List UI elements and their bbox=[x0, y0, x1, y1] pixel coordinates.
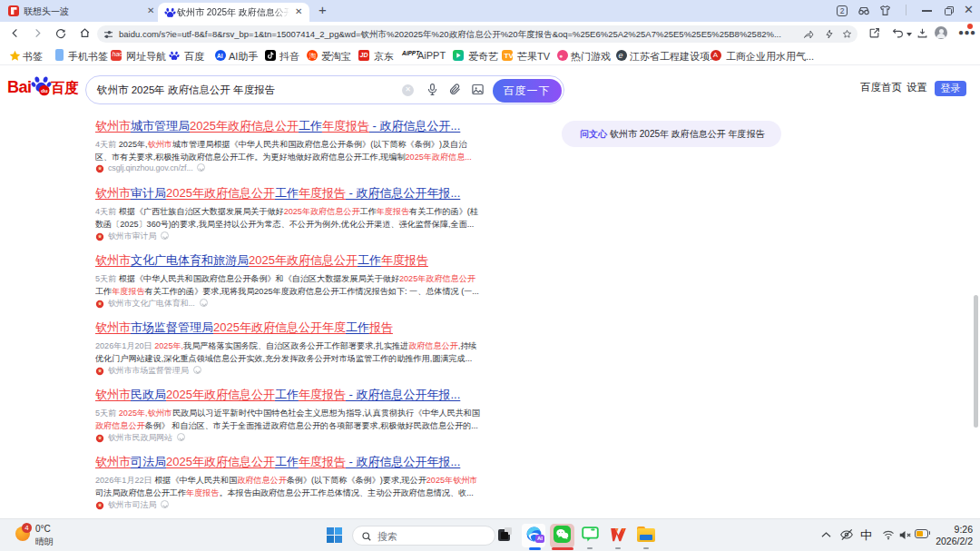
svg-text:du: du bbox=[41, 87, 48, 93]
